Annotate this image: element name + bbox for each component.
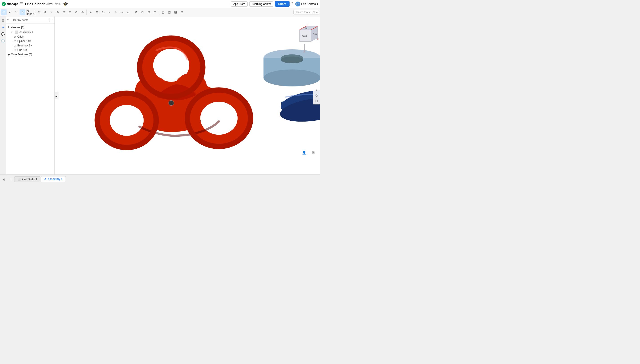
toolbar-render3[interactable]: ▤: [173, 9, 178, 15]
user-name: Eric Kontos: [301, 2, 316, 6]
main-area: ☰ ✦ 💬 🕐 ⚲ ☰ Instances (3) ▼ ⬜ Assembly 1…: [0, 16, 320, 174]
svg-text:Top: Top: [304, 27, 308, 29]
toolbar-settings2[interactable]: ⚙: [140, 9, 145, 15]
bearing-item[interactable]: ⬡ Bearing <1>: [6, 43, 54, 48]
toolbar-pattern[interactable]: ⊟: [67, 9, 73, 15]
left-icon-comment[interactable]: 💬: [1, 32, 6, 36]
tab-assembly[interactable]: ⚙ Assembly 1: [41, 176, 66, 182]
toolbar-rotate-active[interactable]: ↻: [20, 9, 25, 15]
mate-features-arrow: ▶: [8, 53, 10, 56]
hub-icon: ⬡: [14, 48, 16, 52]
toolbar-settings1[interactable]: ⚙: [133, 9, 139, 15]
tab-part-studio[interactable]: ⬜ Part Studio 1: [14, 176, 40, 182]
left-icon-list[interactable]: ☰: [1, 18, 6, 23]
logo-icon: O: [2, 2, 6, 6]
left-icon-history[interactable]: 🕐: [1, 38, 6, 43]
feature-tree: Instances (3) ▼ ⬜ Assembly 1 ⊕ Origin ⬡ …: [6, 24, 54, 174]
learning-center-button[interactable]: Learning Center: [249, 1, 273, 7]
viewport[interactable]: ☰: [55, 16, 320, 174]
add-tab-button[interactable]: +: [8, 176, 14, 182]
toolbar-t1[interactable]: ⌀: [88, 9, 94, 15]
vp-icon-person[interactable]: 👤: [302, 150, 307, 155]
project-title: Eric Spinner 2021: [25, 2, 53, 6]
toolbar: ☰ ↩ ↪ ↻ ⊕ Insert ⟳ ✥ ⤡ ⊕ ⊞ ⊟ ⊙ ⊗ ⌀ ⊕ ⬡ ⌗…: [0, 8, 320, 16]
right-panel-icon-list[interactable]: ≡: [314, 88, 319, 93]
user-dropdown-icon: ▾: [317, 2, 318, 6]
bearing-label: Bearing <1>: [17, 44, 32, 47]
assembly1-box-icon: ⬜: [14, 30, 18, 34]
bottom-settings-icon[interactable]: ⚙: [2, 177, 7, 182]
assembly1-item[interactable]: ▼ ⬜ Assembly 1: [6, 30, 54, 34]
svg-point-16: [281, 56, 303, 63]
toolbar-t4[interactable]: ⌗: [106, 9, 112, 15]
toolbar-insert[interactable]: ⊕ Insert: [28, 9, 34, 15]
search-tools-text: Search tools...: [295, 11, 312, 14]
hub-item[interactable]: ⬡ Hub <1>: [6, 48, 54, 52]
tab-part-studio-label: Part Studio 1: [22, 178, 37, 181]
right-panel-icon-hex[interactable]: ⬡: [314, 93, 319, 98]
spinner-icon: ⬡: [14, 40, 16, 43]
toolbar-grid[interactable]: ⊞: [146, 9, 152, 15]
tab-part-studio-icon: ⬜: [18, 178, 21, 181]
toolbar-transform[interactable]: ⊕: [55, 9, 60, 15]
toolbar-render2[interactable]: ◰: [166, 9, 172, 15]
education-icon: 🎓: [63, 2, 68, 6]
toolbar-render4[interactable]: ⊟: [179, 9, 185, 15]
right-panel-icon-box[interactable]: ◻: [314, 98, 319, 103]
svg-point-5: [110, 105, 144, 136]
help-icon[interactable]: ?: [291, 2, 294, 6]
mate-features-item[interactable]: ▶ Mate Features (0): [6, 52, 54, 57]
toolbar-t6[interactable]: ⊶: [119, 9, 125, 15]
vp-icon-layout[interactable]: ⊞: [311, 150, 316, 155]
assembly1-label: Assembly 1: [19, 31, 33, 34]
filter-input[interactable]: [10, 18, 50, 22]
toolbar-t3[interactable]: ⬡: [100, 9, 106, 15]
mate-features-label: Mate Features (0): [11, 53, 32, 56]
left-icon-add[interactable]: ✦: [1, 25, 6, 30]
panel-filter-icon: ⚲: [7, 18, 9, 22]
svg-text:X: X: [317, 38, 319, 40]
toolbar-undo[interactable]: ↩: [7, 9, 13, 15]
3d-scene: Front Top Right Z X: [55, 16, 320, 174]
toolbar-redo[interactable]: ↪: [13, 9, 19, 15]
hub-label: Hub <1>: [17, 48, 28, 52]
instances-label: Instances (3): [8, 26, 24, 29]
feature-panel: ⚲ ☰ Instances (3) ▼ ⬜ Assembly 1 ⊕ Origi…: [6, 16, 55, 174]
svg-text:Z: Z: [306, 24, 308, 26]
svg-point-14: [264, 70, 320, 86]
toolbar-section[interactable]: ⊡: [152, 9, 158, 15]
svg-text:Right: Right: [313, 33, 318, 35]
instances-section: Instances (3): [6, 25, 54, 30]
toolbar-mate1[interactable]: ⊙: [73, 9, 79, 15]
search-tools[interactable]: Search tools... ⌥ c: [293, 10, 319, 14]
toolbar-list-icon[interactable]: ☰: [1, 9, 7, 15]
tab-assembly-icon: ⚙: [44, 178, 46, 181]
right-panel-icons: ≡ ⬡ ◻: [313, 87, 320, 104]
toolbar-render1[interactable]: ◱: [160, 9, 166, 15]
toolbar-mate2[interactable]: ⊗: [80, 9, 85, 15]
toolbar-copy[interactable]: ⊞: [61, 9, 67, 15]
toolbar-t5[interactable]: ⊹: [113, 9, 118, 15]
panel-list-icon[interactable]: ☰: [51, 18, 54, 22]
svg-point-8: [169, 100, 174, 106]
spinner-label: Spinner <1>: [17, 40, 32, 43]
app-title: onshape: [6, 2, 18, 6]
origin-item[interactable]: ⊕ Origin: [6, 34, 54, 39]
header: O onshape ☰ Eric Spinner 2021 Main 🎓 App…: [0, 0, 320, 8]
search-tools-shortcut: ⌥ c: [313, 11, 318, 14]
share-button[interactable]: Share: [275, 1, 289, 7]
hamburger-icon[interactable]: ☰: [20, 2, 23, 6]
toolbar-move[interactable]: ✥: [42, 9, 48, 15]
branch-label: Main: [55, 2, 60, 6]
app-store-button[interactable]: App Store: [231, 1, 248, 7]
origin-icon: ⊕: [14, 35, 16, 38]
tab-assembly-label: Assembly 1: [48, 178, 62, 181]
bottom-tabs: ⚙ + ⬜ Part Studio 1 ⚙ Assembly 1: [0, 174, 320, 182]
toolbar-scale[interactable]: ⤡: [48, 9, 54, 15]
toolbar-rotate2[interactable]: ⟳: [36, 9, 42, 15]
toolbar-t7[interactable]: ⊷: [125, 9, 131, 15]
user-area[interactable]: EK Eric Kontos ▾: [295, 2, 318, 6]
spinner-item[interactable]: ⬡ Spinner <1>: [6, 39, 54, 43]
toolbar-t2[interactable]: ⊕: [94, 9, 100, 15]
onshape-logo: O onshape: [2, 2, 18, 6]
